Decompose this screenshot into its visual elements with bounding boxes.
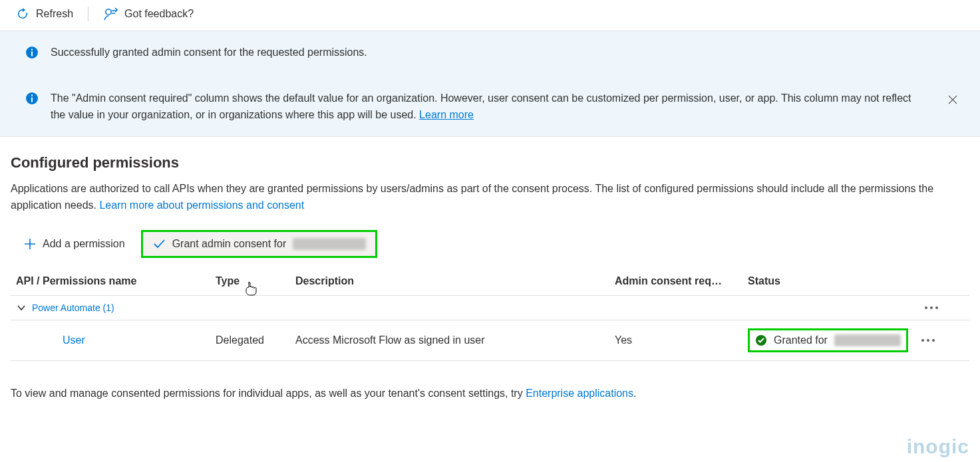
col-desc: Description [295,275,615,287]
check-icon [152,237,166,251]
permission-description: Access Microsoft Flow as signed in user [295,334,615,346]
footer-hint: To view and manage consented permissions… [0,361,980,400]
plus-icon [24,238,36,250]
add-permission-button[interactable]: Add a permission [16,233,133,255]
svg-point-9 [935,306,938,309]
banner-info-text: The "Admin consent required" column show… [51,90,915,124]
status-org-redacted [834,334,901,346]
svg-rect-5 [31,97,33,102]
feedback-label: Got feedback? [124,8,194,20]
table-header: API / Permissions name Type Description … [11,267,969,296]
feedback-button[interactable]: Got feedback? [103,7,194,21]
info-icon [25,92,39,124]
watermark-logo: inogic [907,435,969,458]
toolbar-divider [88,7,88,21]
check-circle-icon [755,334,767,346]
permissions-table: API / Permissions name Type Description … [0,267,980,361]
col-api: API / Permissions name [16,275,216,287]
svg-point-7 [925,306,927,309]
refresh-label: Refresh [36,8,73,20]
configured-permissions-section: Configured permissions Applications are … [0,137,980,267]
api-group-row: Power Automate (1) [11,296,969,320]
permissions-learn-more-link[interactable]: Learn more about permissions and consent [99,199,304,211]
grant-admin-consent-button[interactable]: Grant admin consent for [141,230,378,258]
section-description: Applications are authorized to call APIs… [11,181,969,214]
refresh-button[interactable]: Refresh [16,7,73,21]
banner-info: The "Admin consent required" column show… [0,74,980,137]
svg-point-8 [930,306,933,309]
svg-point-12 [927,339,929,342]
row-menu-button[interactable] [921,338,961,342]
status-badge: Granted for [748,328,908,352]
add-permission-label: Add a permission [43,238,125,250]
action-row: Add a permission Grant admin consent for [11,214,969,267]
svg-rect-3 [31,49,33,51]
section-title: Configured permissions [11,154,969,172]
api-group-label: Power Automate (1) [32,302,114,313]
toolbar: Refresh Got feedback? [0,0,980,31]
banner-success-text: Successfully granted admin consent for t… [51,45,367,61]
banners: Successfully granted admin consent for t… [0,31,980,137]
permission-name-link[interactable]: User [16,334,216,346]
enterprise-applications-link[interactable]: Enterprise applications [526,388,633,399]
api-group-toggle[interactable]: Power Automate (1) [16,302,924,313]
chevron-down-icon [16,302,27,313]
permission-type: Delegated [216,334,295,346]
feedback-icon [103,7,118,21]
org-name-redacted [293,238,366,250]
banner-info-link[interactable]: Learn more [419,109,474,120]
grant-admin-consent-label: Grant admin consent for [172,238,287,250]
status-text: Granted for [774,334,828,346]
permission-admin-required: Yes [615,334,748,346]
svg-rect-6 [31,94,33,96]
banner-success: Successfully granted admin consent for t… [0,31,980,74]
col-admin: Admin consent req… [615,275,748,287]
svg-point-13 [932,339,935,342]
banner-close-button[interactable] [948,95,957,104]
table-row: User Delegated Access Microsoft Flow as … [11,320,969,361]
col-status: Status [748,275,921,287]
svg-point-0 [106,9,111,15]
svg-point-11 [921,339,924,342]
info-icon [25,46,39,61]
row-menu-button[interactable] [924,306,964,310]
col-type: Type [216,275,295,287]
svg-rect-2 [31,52,33,57]
refresh-icon [16,7,29,21]
